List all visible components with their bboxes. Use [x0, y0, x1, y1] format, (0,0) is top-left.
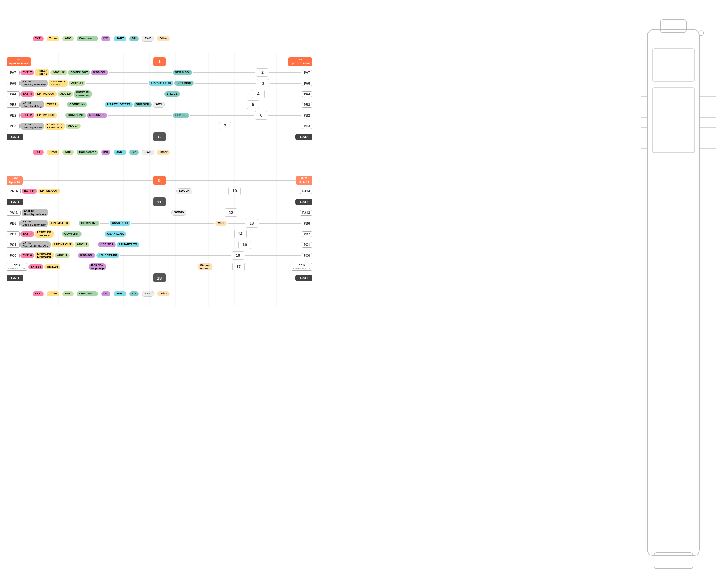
pin-num-7: 7: [219, 122, 231, 130]
pin17-right: PB14Pull-up 1K to 5V: [292, 263, 312, 271]
legend-adc-bot: ADC: [62, 291, 74, 296]
pin10-exti: EXTI 14: [22, 189, 37, 194]
pin4-exti: EXTI 4: [20, 91, 34, 97]
pin2-exti: EXTI 7: [20, 70, 34, 75]
legend-swd-mid: SWD: [142, 149, 154, 155]
pin10-right: PA14: [300, 189, 312, 194]
pin12-swd: SWDIO: [172, 210, 187, 215]
pin3-exti: EXTI 6Used by down key: [20, 80, 48, 87]
pin-num-12: 12: [225, 208, 237, 217]
row-pin14: PB7 EXTI 7 LPTIM1.IN2TIM1.BKIN COMP2 IN-…: [6, 229, 312, 239]
pin6-right: PB2: [302, 113, 312, 118]
pin5-uart: USART1.DE/RTS: [105, 102, 133, 107]
pin5-exti: EXTI 3Used by ok key: [20, 101, 44, 109]
pin16-i2c: I2C3.SCL: [78, 253, 96, 258]
svg-rect-4: [652, 88, 695, 153]
pin17-timer: TIM1.2N: [44, 264, 60, 270]
pin-num-14: 14: [234, 230, 246, 238]
row-pin4: PA4 EXTI 4 LPTIM2.OUT ADC1.9 COMP1 IN-CO…: [6, 89, 312, 99]
pin-num-18: 18: [153, 273, 166, 282]
row-pin11: GND 11 GND: [6, 197, 312, 207]
pin6-exti: EXTI 2: [20, 113, 34, 118]
legend-swd-bot: SWD: [142, 291, 154, 297]
pin15-timer: LPTIM1.OUT: [52, 242, 74, 247]
pin7-right: PC3: [302, 124, 312, 129]
pin3-right: PA6: [302, 81, 312, 86]
pin3-timer: TIM1.8BKINTIM16.1: [49, 80, 68, 87]
pin-num-10: 10: [228, 187, 241, 195]
legend-other-bot: Other: [157, 291, 169, 296]
pin3-label: PA6: [6, 81, 20, 86]
row-pin1: 5VUp to 2A, FUSE 1 5VUp to 2A, FUSE: [6, 57, 312, 67]
pin3-adc: ADC1.11: [69, 81, 85, 86]
pin5-label: PB3: [6, 102, 20, 108]
pin13-uart: USART1.TX: [109, 221, 131, 226]
row-pin16: PC0 EXTI 0 LPTIM1.IN1LPTIM2.IN1 ADC1.1 I…: [6, 251, 312, 260]
legend-adc-top: ADC: [62, 36, 74, 41]
pin-num-9: 9: [153, 176, 166, 185]
pin8-label: GND: [6, 133, 23, 140]
pin15-exti: EXTI 1Shared with SubGHz: [20, 241, 51, 249]
pin3-uart: LPUART1.CTS: [149, 81, 174, 86]
legend-comparator-mid: Comparator: [77, 150, 98, 155]
pin6-comp: COMP1 IN+: [65, 113, 86, 118]
svg-rect-3: [652, 49, 695, 81]
pin7-exti: EXTI 3Used by ok key: [20, 123, 44, 130]
legend-i2c-bot: I2C: [101, 291, 110, 296]
pin13-label: PB6: [6, 221, 20, 226]
row-pin13: PB6 EXTI 6Used by down key LPTIM1.ETR CO…: [6, 218, 312, 228]
pin-num-15: 15: [238, 240, 251, 249]
pin15-right: PC1: [302, 242, 312, 248]
pin-num-16: 16: [232, 251, 244, 260]
row-pin6: PB2 EXTI 2 LPTIM1.OUT COMP1 IN+ I2C3.SMB…: [6, 110, 312, 120]
row-pin15: PC1 EXTI 1Shared with SubGHz LPTIM1.OUT …: [6, 240, 312, 250]
pin-num-11: 11: [153, 197, 166, 206]
pin-num-13: 13: [246, 219, 258, 228]
pin17-other: iButtononewire: [198, 263, 213, 271]
legend-middle: EXTI Timer ADC Comparator I2C UART SPI S…: [33, 149, 169, 155]
pin14-label: PB7: [6, 231, 20, 237]
legend-uart-top: UART: [114, 36, 126, 41]
pin2-timer: TIM1.1NTIM17.1: [35, 69, 50, 77]
pin8-right: GND: [295, 133, 312, 140]
pin10-label: PA14: [6, 189, 21, 194]
svg-rect-2: [654, 552, 693, 569]
pin7-timer: LPTIM1.ETRLPTIM2.ETR: [45, 123, 65, 130]
pin12-label: PA13: [6, 210, 21, 215]
pin5-comp: COMP2 IN-: [67, 102, 87, 107]
pin2-comp: COMP2 OUT: [68, 70, 90, 75]
legend-spi-bot: SPI: [129, 291, 139, 296]
legend-exti-bot: EXTI: [33, 291, 44, 296]
pin-num-1: 1: [153, 57, 166, 66]
pin13-other: MCO: [215, 221, 227, 226]
pin5-timer: TIM2.2: [45, 102, 59, 107]
pin5-spi: SPI1.SCK: [134, 102, 152, 107]
legend-comparator-bot: Comparator: [77, 291, 98, 296]
legend-bottom: EXTI Timer ADC Comparator I2C UART SPI S…: [33, 291, 169, 297]
pin17-label: PB14Pull-up 1K to 5V: [6, 263, 27, 271]
row-pin5: PB3 EXTI 3Used by ok key TIM2.2 COMP2 IN…: [6, 100, 312, 109]
row-pin18: GND 18 GND: [6, 273, 312, 283]
pin13-comp: COMP2 IN+: [79, 221, 99, 226]
pin13-right: PB6: [302, 221, 312, 226]
pin1-right-label: 5VUp to 2A, FUSE: [288, 57, 312, 66]
pin6-label: PB2: [6, 113, 20, 118]
row-pin12: PA13 EXTI 13Used by back key SWDIO 12 PA…: [6, 208, 312, 217]
pin15-i2c: I2C3.SDA: [98, 242, 116, 247]
pin6-i2c: I2C3.SMBA: [87, 113, 107, 118]
legend-uart-mid: UART: [114, 150, 126, 155]
pin4-label: PA4: [6, 91, 20, 97]
pin4-spi: SPI1.CS: [164, 91, 180, 97]
legend-spi-top: SPI: [129, 36, 139, 41]
pin14-timer: LPTIM1.IN2TIM1.BKIN: [35, 230, 54, 238]
row-pin8: GND 8 GND: [6, 132, 312, 142]
svg-rect-1: [660, 20, 686, 33]
page: EXTI Timer ADC Comparator I2C UART SPI S…: [0, 0, 719, 588]
legend-other-mid: Other: [157, 150, 169, 155]
pin11-right: GND: [295, 198, 312, 205]
legend-swd-top: SWD: [142, 36, 154, 42]
pin7-label: PC3: [6, 124, 20, 129]
pin1-label: 5VUp to 2A, FUSE: [6, 57, 31, 66]
pin-num-5: 5: [247, 101, 259, 109]
pin16-timer: LPTIM1.IN1LPTIM2.IN1: [35, 252, 54, 259]
